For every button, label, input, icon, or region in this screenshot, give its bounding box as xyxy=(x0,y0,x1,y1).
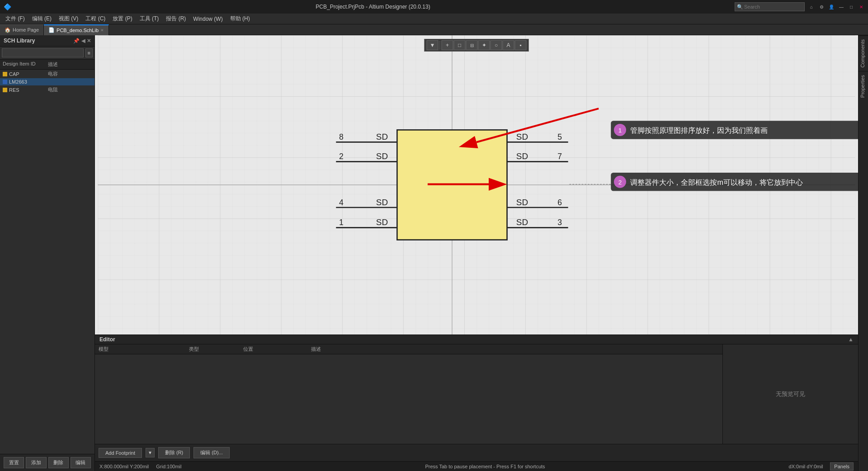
center-right: ▼ + □ ⊟ ✦ ○ A ▪ xyxy=(95,35,858,471)
svg-text:调整器件大小，全部框选按m可以移动，将它放到中心: 调整器件大小，全部框选按m可以移动，将它放到中心 xyxy=(630,178,802,186)
statusbar-message: Press Tab to pause placement - Press F1 … xyxy=(182,464,789,469)
component-menu-button[interactable]: ≡ xyxy=(85,48,93,57)
editor-content: 模型 类型 位置 描述 无预览可见 xyxy=(95,344,858,444)
svg-text:5: 5 xyxy=(557,132,562,141)
add-button[interactable]: 添加 xyxy=(26,457,46,468)
dtb-wire[interactable]: ⊟ xyxy=(466,40,478,50)
rpanel-tab-properties[interactable]: Properties xyxy=(859,71,868,101)
lm2663-name: LM2663 xyxy=(9,79,48,85)
menu-help[interactable]: 帮助 (H) xyxy=(226,14,254,24)
left-panel-title: SCH Library xyxy=(4,38,35,44)
cap-desc: 电容 xyxy=(48,71,92,77)
close-button[interactable]: ✕ xyxy=(858,4,864,10)
editor-col-model: 模型 xyxy=(99,346,189,353)
editor-empty-area xyxy=(95,354,722,436)
edit-comp-button[interactable]: 编辑 xyxy=(71,457,91,468)
component-row-lm2663[interactable]: LM2663 xyxy=(0,78,94,85)
dtb-fill[interactable]: ▪ xyxy=(515,40,527,50)
svg-text:SD: SD xyxy=(376,132,388,141)
editor-bottom-toolbar: Add Footprint ▼ 删除 (R) 编辑 (D)... xyxy=(95,444,858,461)
menu-project[interactable]: 工程 (C) xyxy=(82,14,109,24)
component-list-header: Design Item ID 描述 xyxy=(0,60,94,70)
tab-homepage[interactable]: 🏠 Home Page xyxy=(0,24,44,35)
component-search-input[interactable] xyxy=(2,48,84,57)
res-color-dot xyxy=(3,88,7,92)
dtb-add[interactable]: + xyxy=(442,40,453,50)
edit-footprint-button[interactable]: 编辑 (D)... xyxy=(193,447,230,458)
dtb-rect[interactable]: □ xyxy=(454,40,466,50)
menu-edit[interactable]: 编辑 (E) xyxy=(28,14,55,24)
editor-col-position: 位置 xyxy=(243,346,311,353)
statusbar-coords: X:800.000mil Y:200mil xyxy=(99,464,149,469)
tab-schlib[interactable]: 📄 PCB_demo.SchLib ✕ xyxy=(44,24,109,35)
edit-footprint-label: 编辑 (D)... xyxy=(200,449,223,456)
svg-text:1: 1 xyxy=(339,218,344,227)
panel-pin-icon[interactable]: 📌 xyxy=(73,38,80,44)
search-input[interactable] xyxy=(735,2,805,11)
menu-place[interactable]: 放置 (P) xyxy=(109,14,136,24)
no-preview-text: 无预览可见 xyxy=(776,390,805,398)
cap-color-dot xyxy=(3,72,7,76)
svg-text:2: 2 xyxy=(618,179,622,186)
dtb-circle[interactable]: ○ xyxy=(491,40,502,50)
res-desc: 电阻 xyxy=(48,86,92,93)
add-footprint-button[interactable]: Add Footprint xyxy=(99,448,142,458)
tab-schlib-icon: 📄 xyxy=(48,27,55,33)
lm2663-color-dot xyxy=(3,80,7,84)
statusbar-delta: dX:0mil dY:0mil xyxy=(789,464,823,469)
panel-expand-icon[interactable]: ◀ xyxy=(81,38,85,44)
menu-window[interactable]: Window (W) xyxy=(189,15,226,23)
panel-close-icon[interactable]: ✕ xyxy=(87,38,91,44)
statusbar-grid: Grid:100mil xyxy=(156,464,181,469)
delete-footprint-button[interactable]: 删除 (R) xyxy=(158,447,190,458)
titlebar: 🔷 PCB_Project.PrjPcb - Altium Designer (… xyxy=(0,0,868,14)
canvas-area[interactable]: ▼ + □ ⊟ ✦ ○ A ▪ xyxy=(95,35,858,334)
schematic-svg: SD 8 SD 2 SD 4 SD 1 SD 5 xyxy=(95,35,858,334)
res-name: RES xyxy=(9,87,48,93)
menu-tools[interactable]: 工具 (T) xyxy=(136,14,163,24)
editor-table: 模型 类型 位置 描述 xyxy=(95,344,722,444)
editor-col-desc: 描述 xyxy=(311,346,719,353)
menu-file[interactable]: 文件 (F) xyxy=(2,14,28,24)
editor-header: Editor ▲ xyxy=(95,335,858,344)
svg-rect-4 xyxy=(397,130,507,240)
settings-icon[interactable]: ⚙ xyxy=(818,4,825,10)
svg-text:SD: SD xyxy=(516,151,528,161)
menu-view[interactable]: 视图 (V) xyxy=(55,14,82,24)
tab-homepage-icon: 🏠 xyxy=(5,27,11,33)
svg-text:6: 6 xyxy=(557,198,562,207)
titlebar-left: 🔷 xyxy=(4,3,11,10)
left-panel-header-icons: 📌 ◀ ✕ xyxy=(73,38,91,44)
editor-collapse-icon[interactable]: ▲ xyxy=(848,336,854,343)
editor-col-type: 类型 xyxy=(189,346,243,353)
add-footprint-dropdown[interactable]: ▼ xyxy=(146,448,155,457)
dtb-text[interactable]: A xyxy=(503,40,514,50)
menu-report[interactable]: 报告 (R) xyxy=(162,14,189,24)
place-button[interactable]: 置置 xyxy=(4,457,24,468)
restore-button[interactable]: □ xyxy=(848,4,854,10)
rpanel-tab-components[interactable]: Components xyxy=(859,35,868,71)
col-desc: 描述 xyxy=(48,61,92,68)
svg-text:SD: SD xyxy=(516,132,528,141)
statusbar-right: dX:0mil dY:0mil Panels xyxy=(789,462,854,471)
svg-rect-33 xyxy=(611,121,858,139)
left-bottom-buttons: 置置 添加 删除 编辑 xyxy=(0,454,94,471)
component-row-res[interactable]: RES 电阻 xyxy=(0,85,94,94)
dtb-cross[interactable]: ✦ xyxy=(478,40,490,50)
altium-logo: 🔷 xyxy=(4,3,11,10)
svg-text:SD: SD xyxy=(516,217,528,227)
home-icon[interactable]: ⌂ xyxy=(808,4,815,10)
component-row-cap[interactable]: CAP 电容 xyxy=(0,70,94,78)
svg-text:SD: SD xyxy=(516,198,528,207)
statusbar: X:800.000mil Y:200mil Grid:100mil Press … xyxy=(95,461,858,471)
user-icon[interactable]: 👤 xyxy=(828,4,835,10)
dtb-filter[interactable]: ▼ xyxy=(427,40,439,50)
svg-text:管脚按照原理图排序放好，因为我们照着画: 管脚按照原理图排序放好，因为我们照着画 xyxy=(630,126,768,134)
tab-schlib-close[interactable]: ✕ xyxy=(100,28,104,33)
no-preview-panel: 无预览可见 xyxy=(722,344,858,444)
left-panel-toolbar: ≡ xyxy=(0,47,94,60)
panels-button[interactable]: Panels xyxy=(830,462,854,471)
tabbar: 🏠 Home Page 📄 PCB_demo.SchLib ✕ xyxy=(0,24,868,35)
minimize-button[interactable]: — xyxy=(838,4,844,10)
delete-button[interactable]: 删除 xyxy=(48,457,69,468)
